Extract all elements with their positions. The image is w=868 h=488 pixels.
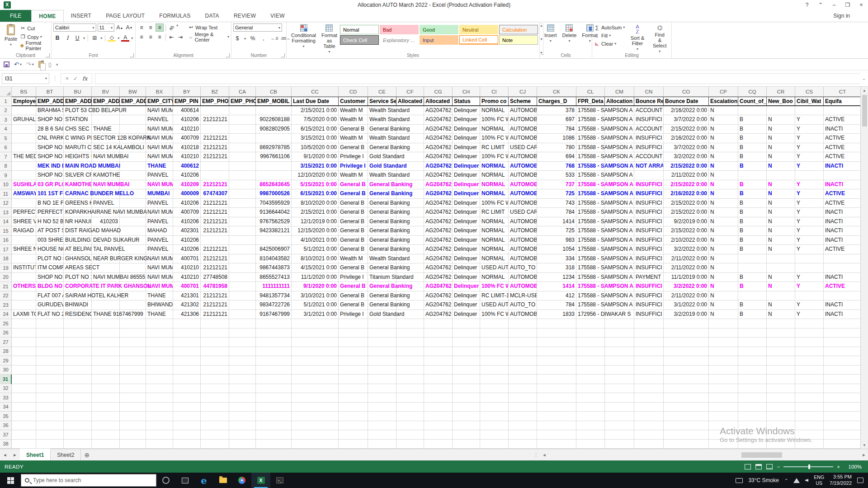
speaker-icon[interactable] <box>805 479 808 482</box>
cell-BX32[interactable] <box>146 384 173 394</box>
cell-CB1[interactable]: EMP_MOBIL <box>256 97 292 106</box>
cell-BZ24[interactable]: 21212121 <box>201 310 229 319</box>
cell-CA15[interactable] <box>229 226 256 236</box>
cell-BS21[interactable]: OTHERS <box>12 282 36 291</box>
cell-BZ10[interactable]: 21212121 <box>201 180 229 190</box>
cell-CC3[interactable]: 7/5/2020 0:00 <box>292 115 339 125</box>
cell-CT32[interactable] <box>824 384 860 394</box>
cell-CM27[interactable] <box>605 338 634 347</box>
cell-CJ6[interactable]: USED CAR <box>509 143 537 153</box>
cell-CQ32[interactable] <box>738 384 767 394</box>
cell-CN26[interactable] <box>634 328 664 338</box>
cell-BX10[interactable]: NAVI MUM <box>146 180 173 190</box>
cell-BT18[interactable]: PLOT NO 8 <box>36 254 64 264</box>
cell-BS30[interactable] <box>12 366 36 375</box>
cell-style-check-cell[interactable]: Check Cell <box>340 35 379 45</box>
row-header-14[interactable]: 14 <box>0 217 12 227</box>
cell-CL13[interactable]: 175588 - SAMPSON A <box>576 208 605 217</box>
language-indicator[interactable]: ENGUS <box>814 474 824 486</box>
fill-button[interactable]: ↓Fill▾ <box>594 32 625 39</box>
cell-CP2[interactable]: N <box>709 106 738 116</box>
cell-BZ31[interactable] <box>201 375 229 384</box>
cell-CP1[interactable]: Escalation <box>709 97 738 106</box>
cell-CP10[interactable]: N <box>709 180 738 190</box>
cell-BX14[interactable]: PANVEL <box>146 217 173 227</box>
cell-BW34[interactable] <box>120 403 146 412</box>
cell-CS31[interactable] <box>795 375 824 384</box>
cell-CK8[interactable]: 768 <box>537 162 576 171</box>
cortana-button[interactable] <box>156 473 175 488</box>
cell-CG31[interactable] <box>424 375 453 384</box>
cell-CM31[interactable] <box>605 375 634 384</box>
cell-CB35[interactable] <box>256 412 292 421</box>
row-header-16[interactable]: 16 <box>0 236 12 245</box>
cell-CO23[interactable]: 3/1/2022 0:00 <box>664 300 709 310</box>
cell-CH38[interactable] <box>453 440 480 449</box>
cell-CJ9[interactable]: AUTOMOB <box>509 171 537 180</box>
cell-BX37[interactable] <box>146 430 173 440</box>
cell-CC1[interactable]: Last Due Date <box>292 97 339 106</box>
sheet-tab-sheet2[interactable]: Sheet2 <box>51 449 81 460</box>
column-header-BY[interactable]: BY <box>173 87 201 97</box>
cell-CK16[interactable]: 983 <box>537 236 576 245</box>
cell-BS28[interactable] <box>12 347 36 357</box>
cell-CQ15[interactable]: B <box>738 226 767 236</box>
cell-CL4[interactable]: 175588 - SAMPSON A <box>576 125 605 134</box>
cell-CJ28[interactable] <box>509 347 537 357</box>
cell-CB7[interactable]: 9967661106 <box>256 152 292 162</box>
cell-CS27[interactable] <box>795 338 824 347</box>
cell-CE15[interactable]: General Banking <box>368 226 396 236</box>
cell-BV38[interactable] <box>92 440 120 449</box>
cell-BZ5[interactable]: 21212121 <box>201 134 229 143</box>
cell-CE25[interactable] <box>368 319 396 328</box>
cell-CH32[interactable] <box>453 384 480 394</box>
cell-CP12[interactable]: N <box>709 199 738 208</box>
cell-CA14[interactable] <box>229 217 256 227</box>
cell-CF35[interactable] <box>396 412 424 421</box>
cell-CL17[interactable]: 175588 - SAMPSON A <box>576 245 605 254</box>
cell-BW29[interactable] <box>120 356 146 366</box>
cell-CI5[interactable]: 100% FC W <box>480 134 509 143</box>
cell-CG13[interactable]: AG204762 <box>424 208 453 217</box>
cell-CB19[interactable]: 9867443873 <box>256 263 292 273</box>
column-header-CR[interactable]: CR <box>767 87 795 97</box>
row-header-25[interactable]: 25 <box>0 319 12 328</box>
cell-BT9[interactable]: SHOP NO <box>36 171 64 180</box>
column-header-BX[interactable]: BX <box>146 87 173 97</box>
cell-CJ20[interactable]: AUTOMOB <box>509 273 537 282</box>
cell-CI28[interactable] <box>480 347 509 357</box>
cell-CL14[interactable]: 175588 - SAMPSON A <box>576 217 605 227</box>
cell-BY33[interactable] <box>173 393 201 403</box>
cell-BW9[interactable] <box>120 171 146 180</box>
cell-CO35[interactable] <box>664 412 709 421</box>
cell-CF38[interactable] <box>396 440 424 449</box>
cell-CD8[interactable]: Privilege I <box>339 162 368 171</box>
touch-keyboard-icon[interactable] <box>736 478 743 483</box>
cell-CJ13[interactable]: USED CAR <box>509 208 537 217</box>
cell-CI14[interactable]: NORMAL <box>480 217 509 227</box>
cell-CO27[interactable] <box>664 338 709 347</box>
cell-BU2[interactable]: PLOT 53 CBD BELAPUR <box>64 106 92 116</box>
cell-CC6[interactable]: 10/5/2020 0:00 <box>292 143 339 153</box>
cell-CP27[interactable] <box>709 338 738 347</box>
row-header-13[interactable]: 13 <box>0 208 12 217</box>
cell-BS15[interactable]: RAIGAD ZI <box>12 226 36 236</box>
cell-CI4[interactable]: NORMAL <box>480 125 509 134</box>
cell-CF32[interactable] <box>396 384 424 394</box>
cell-CQ16[interactable]: B <box>738 236 767 245</box>
cell-CA23[interactable] <box>229 300 256 310</box>
cell-CS12[interactable]: Y <box>795 199 824 208</box>
cell-BS7[interactable]: THE MEDS <box>12 152 36 162</box>
cell-CK22[interactable]: 412 <box>537 291 576 301</box>
cell-CI21[interactable]: 100% FC W <box>480 282 509 291</box>
cell-CR6[interactable]: N <box>767 143 795 153</box>
cell-CH31[interactable] <box>453 375 480 384</box>
cell-CA4[interactable] <box>229 125 256 134</box>
cell-CL3[interactable]: 175588 - SAMPSON A <box>576 115 605 125</box>
cell-CQ2[interactable] <box>738 106 767 116</box>
cell-BZ11[interactable]: 67474307 <box>201 189 229 199</box>
cell-BW26[interactable] <box>120 328 146 338</box>
cell-CH16[interactable]: Delinquer <box>453 236 480 245</box>
cell-BY14[interactable]: 410206 <box>173 217 201 227</box>
cell-CS28[interactable] <box>795 347 824 357</box>
